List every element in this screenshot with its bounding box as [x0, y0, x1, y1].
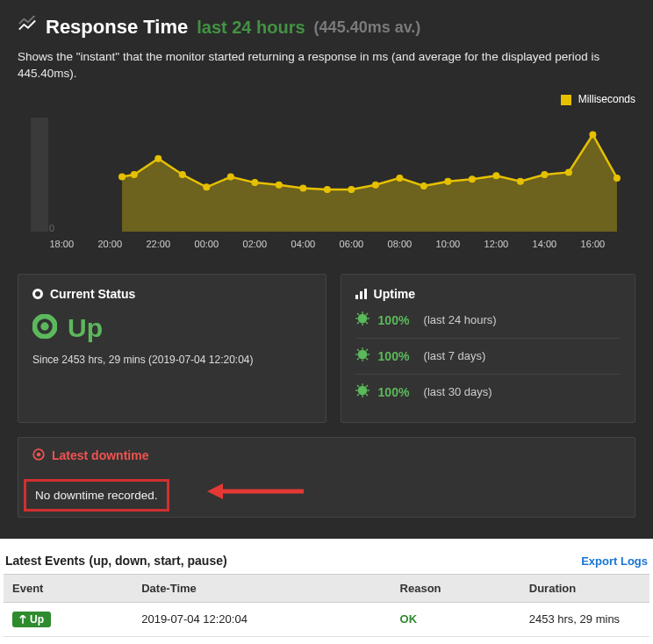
svg-text:0: 0 — [49, 223, 54, 233]
svg-point-15 — [131, 171, 137, 177]
svg-line-63 — [357, 394, 359, 396]
downtime-text: No downtime recorded. — [24, 479, 169, 512]
svg-text:00:00: 00:00 — [194, 239, 219, 249]
table-row: Up2019-07-04 12:20:04OK2453 hrs, 29 mins — [4, 602, 649, 636]
svg-text:14:00: 14:00 — [533, 239, 557, 249]
svg-marker-68 — [207, 483, 223, 499]
uptime-heading: Uptime — [374, 287, 415, 301]
burst-icon — [355, 311, 370, 329]
uptime-pct: 100% — [378, 313, 415, 327]
svg-point-37 — [40, 322, 48, 330]
svg-line-45 — [357, 322, 359, 324]
circle-down-icon — [32, 448, 45, 463]
events-title: Latest Events — [5, 554, 85, 568]
record-icon — [32, 289, 43, 299]
svg-point-28 — [445, 178, 451, 184]
svg-text:16:00: 16:00 — [581, 239, 606, 249]
status-up-icon — [32, 314, 57, 342]
svg-line-46 — [366, 313, 368, 315]
svg-text:20:00: 20:00 — [97, 239, 122, 249]
col-event: Event — [4, 574, 133, 602]
event-reason: OK — [391, 602, 520, 636]
svg-point-56 — [357, 385, 367, 395]
page-description: Shows the "instant" that the monitor sta… — [18, 49, 635, 82]
svg-line-64 — [366, 385, 368, 387]
svg-line-62 — [366, 394, 368, 396]
bar-chart-icon — [355, 289, 367, 299]
uptime-row: 100%(last 7 days) — [355, 338, 621, 374]
burst-icon — [355, 383, 370, 401]
svg-rect-0 — [31, 118, 48, 232]
status-value: Up — [68, 313, 103, 343]
status-since: Since 2453 hrs, 29 mins (2019-07-04 12:2… — [32, 354, 312, 366]
downtime-heading: Latest downtime — [52, 448, 148, 462]
uptime-label: (last 30 days) — [424, 385, 492, 398]
svg-point-23 — [324, 186, 330, 192]
col-datetime: Date-Time — [133, 574, 391, 602]
latest-downtime-card: Latest downtime No downtime recorded. — [18, 437, 635, 518]
svg-point-47 — [357, 349, 367, 359]
event-up-badge: Up — [12, 612, 51, 627]
svg-point-21 — [276, 182, 282, 188]
burst-icon — [355, 347, 370, 365]
svg-text:10:00: 10:00 — [436, 239, 461, 249]
col-reason: Reason — [391, 574, 520, 602]
uptime-row: 100%(last 30 days) — [355, 374, 621, 410]
svg-text:12:00: 12:00 — [484, 239, 509, 249]
svg-point-24 — [348, 186, 355, 192]
svg-text:18:00: 18:00 — [49, 239, 74, 249]
svg-point-14 — [119, 174, 126, 180]
col-duration: Duration — [520, 574, 649, 602]
svg-point-35 — [614, 175, 620, 181]
svg-text:08:00: 08:00 — [388, 239, 413, 249]
svg-line-52 — [357, 349, 359, 351]
events-table: Event Date-Time Reason Duration Up2019-0… — [4, 574, 649, 637]
svg-line-43 — [357, 313, 359, 315]
export-logs-link[interactable]: Export Logs — [581, 555, 648, 568]
current-status-heading: Current Status — [50, 287, 135, 301]
uptime-row: 100%(last 24 hours) — [355, 311, 621, 338]
legend-label: Milliseconds — [578, 93, 635, 105]
svg-point-38 — [357, 313, 367, 323]
svg-line-53 — [366, 358, 368, 360]
svg-point-18 — [204, 184, 210, 190]
svg-point-34 — [590, 132, 596, 138]
current-status-card: Current Status Up Since 2453 hrs, 29 min… — [18, 274, 326, 423]
svg-line-54 — [357, 358, 359, 360]
uptime-label: (last 7 days) — [424, 349, 486, 362]
annotation-arrow-icon — [207, 479, 304, 507]
response-time-chart[interactable]: 018:0020:0022:0000:0002:0004:0006:0008:0… — [18, 109, 635, 258]
svg-text:06:00: 06:00 — [340, 239, 364, 249]
page-range: last 24 hours — [197, 18, 305, 38]
page-average: (445.40ms av.) — [314, 18, 421, 37]
svg-point-29 — [469, 175, 475, 182]
svg-point-66 — [37, 452, 41, 456]
svg-point-27 — [420, 182, 427, 189]
svg-text:04:00: 04:00 — [291, 239, 316, 249]
page-header: Response Time last 24 hours (445.40ms av… — [18, 16, 635, 39]
svg-line-55 — [366, 349, 368, 351]
events-subtitle: (up, down, start, pause) — [90, 554, 227, 568]
svg-point-30 — [493, 173, 499, 179]
page-title: Response Time — [46, 16, 188, 39]
svg-point-31 — [517, 178, 523, 184]
svg-point-33 — [565, 169, 571, 175]
chart-legend: Milliseconds — [18, 93, 635, 105]
svg-point-20 — [252, 179, 258, 185]
svg-point-16 — [155, 155, 161, 161]
svg-line-61 — [357, 385, 359, 387]
chart-trend-icon — [18, 16, 37, 39]
svg-text:22:00: 22:00 — [146, 239, 170, 249]
svg-line-44 — [366, 322, 368, 324]
event-datetime: 2019-07-04 12:20:04 — [133, 602, 391, 636]
svg-point-17 — [179, 171, 185, 177]
uptime-pct: 100% — [378, 385, 415, 399]
uptime-label: (last 24 hours) — [424, 313, 497, 326]
svg-point-32 — [542, 171, 548, 177]
uptime-card: Uptime 100%(last 24 hours)100%(last 7 da… — [341, 274, 635, 423]
svg-point-25 — [372, 182, 378, 188]
svg-point-19 — [227, 174, 233, 180]
event-duration: 2453 hrs, 29 mins — [520, 602, 649, 636]
legend-swatch — [561, 95, 571, 105]
svg-text:02:00: 02:00 — [243, 239, 268, 249]
